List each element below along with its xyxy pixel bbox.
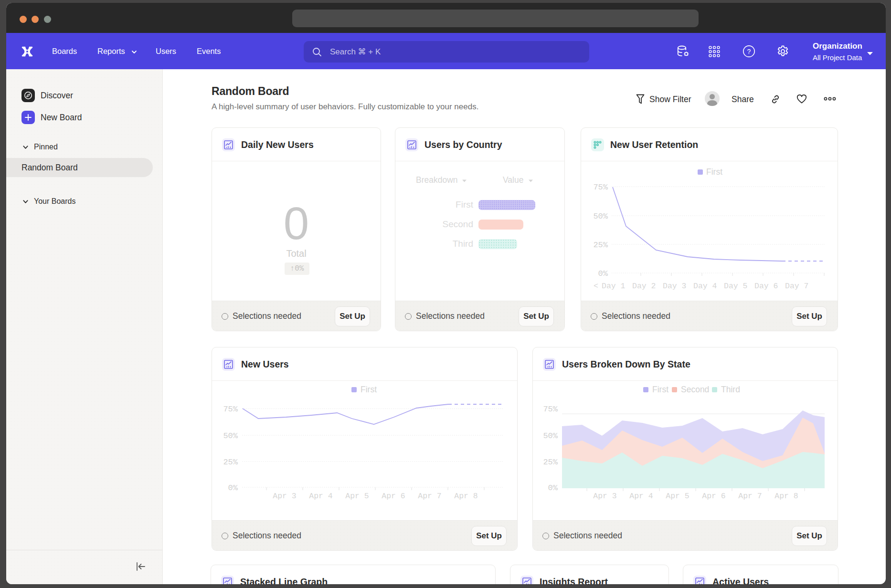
svg-text:First: First (706, 167, 722, 177)
svg-text:Apr 5: Apr 5 (666, 492, 689, 501)
svg-text:75%: 75% (593, 183, 608, 192)
svg-text:25%: 25% (543, 458, 558, 467)
svg-text:75%: 75% (223, 405, 238, 414)
svg-text:25%: 25% (593, 241, 608, 250)
svg-text:Day 1: Day 1 (602, 282, 626, 291)
svg-text:Day 2: Day 2 (632, 282, 656, 291)
svg-text:Apr 3: Apr 3 (593, 492, 617, 501)
svg-text:50%: 50% (223, 431, 238, 441)
svg-text:?: ? (747, 48, 751, 55)
svg-text:50%: 50% (543, 431, 558, 441)
svg-text:Apr 8: Apr 8 (454, 492, 478, 501)
svg-text:Apr 7: Apr 7 (418, 492, 442, 501)
svg-text:Apr 7: Apr 7 (738, 492, 762, 501)
svg-text:Day 6: Day 6 (754, 282, 778, 291)
svg-text:0%: 0% (548, 483, 558, 493)
svg-text:Apr 4: Apr 4 (309, 492, 333, 501)
svg-text:0%: 0% (228, 483, 238, 493)
svg-text:25%: 25% (223, 458, 238, 467)
svg-text:Day 3: Day 3 (663, 282, 687, 291)
svg-text:<: < (594, 282, 598, 291)
svg-text:Apr 8: Apr 8 (774, 492, 798, 501)
svg-text:Apr 6: Apr 6 (702, 492, 726, 501)
svg-text:50%: 50% (593, 212, 608, 221)
svg-text:Apr 4: Apr 4 (629, 492, 653, 501)
svg-text:75%: 75% (543, 405, 558, 414)
svg-text:Apr 6: Apr 6 (382, 492, 405, 501)
svg-text:First: First (361, 385, 377, 394)
svg-text:Day 4: Day 4 (693, 282, 717, 291)
svg-text:Day 5: Day 5 (724, 282, 748, 291)
svg-text:0%: 0% (598, 269, 608, 278)
svg-text:Apr 3: Apr 3 (273, 492, 297, 501)
svg-text:Day 7: Day 7 (785, 282, 809, 291)
svg-text:First: First (652, 385, 668, 394)
svg-text:Third: Third (721, 385, 740, 394)
svg-text:Second: Second (681, 385, 709, 394)
svg-text:Apr 5: Apr 5 (345, 492, 369, 501)
